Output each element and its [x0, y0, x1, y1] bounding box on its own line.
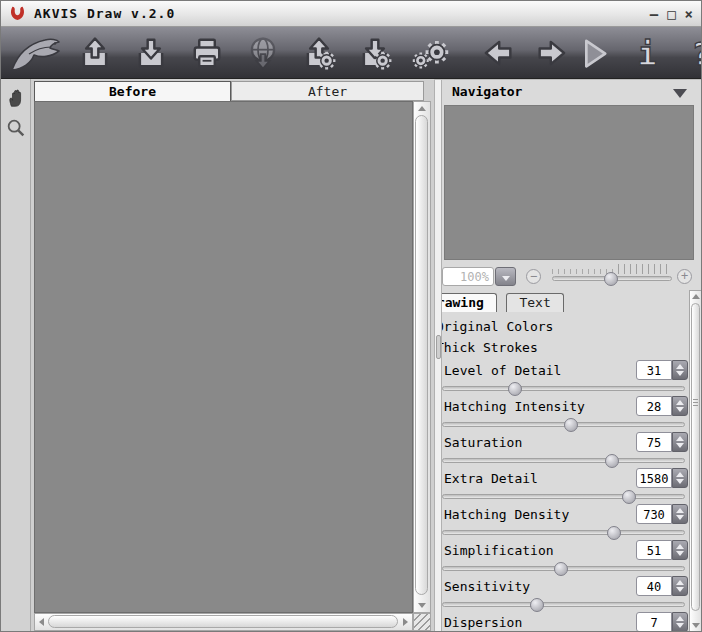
slider-group-hatching-intensity: Hatching Intensity 28 [442, 396, 688, 431]
info-icon[interactable]: i [627, 33, 667, 73]
panel-splitter[interactable] [434, 80, 442, 632]
tab-after[interactable]: After [231, 81, 424, 101]
slider-group-simplification: Simplification 51 [442, 540, 688, 575]
image-area: Before After [31, 79, 434, 632]
navigator-title: Navigator [452, 84, 522, 99]
checkbox-original-colors[interactable]: Original Colors [442, 318, 688, 335]
slider-spinner[interactable] [672, 612, 688, 632]
slider-spinner[interactable] [672, 468, 688, 488]
checkbox-label: Thick Strokes [442, 340, 538, 355]
svg-text:?: ? [692, 36, 702, 72]
zoom-out-button[interactable]: − [526, 269, 541, 284]
resize-grip[interactable] [413, 613, 431, 631]
web-download-icon [243, 33, 283, 73]
slider-track[interactable] [442, 530, 685, 535]
checkbox-label: Original Colors [442, 319, 553, 334]
vscroll-thumb[interactable] [415, 115, 428, 595]
tab-drawing[interactable]: Drawing [442, 293, 497, 312]
undo-arrow-icon[interactable] [477, 33, 517, 73]
akvis-bird-logo [9, 30, 65, 76]
slider-value-input[interactable]: 730 [636, 504, 672, 524]
slider-group-extra-detail: Extra Detail 1580 [442, 468, 688, 503]
slider-label: Hatching Density [444, 507, 569, 522]
slider-value-input[interactable]: 75 [636, 432, 672, 452]
print-icon[interactable] [187, 33, 227, 73]
slider-group-hatching-density: Hatching Density 730 [442, 504, 688, 539]
slider-value-input[interactable]: 51 [636, 540, 672, 560]
zoom-dropdown-button[interactable] [495, 267, 516, 286]
slider-label: Dispersion [444, 615, 522, 630]
zoom-slider[interactable] [552, 276, 672, 281]
tab-after-label: After [308, 84, 347, 99]
app-window: AKVIS Draw v.2.0 – □ × [0, 0, 702, 632]
slider-thumb[interactable] [564, 418, 578, 432]
batch-processing-gears-icon[interactable] [411, 33, 451, 73]
slider-thumb[interactable] [530, 598, 544, 612]
tool-column [1, 79, 31, 632]
slider-label: Level of Detail [444, 363, 561, 378]
slider-track[interactable] [442, 458, 685, 463]
slider-label: Simplification [444, 543, 554, 558]
save-image-icon[interactable] [131, 33, 171, 73]
slider-spinner[interactable] [672, 396, 688, 416]
run-play-icon[interactable] [573, 33, 613, 73]
slider-thumb[interactable] [607, 526, 621, 540]
slider-spinner[interactable] [672, 576, 688, 596]
title-bar: AKVIS Draw v.2.0 – □ × [1, 1, 702, 27]
slider-track[interactable] [442, 494, 685, 499]
checkbox-thick-strokes[interactable]: Thick Strokes [442, 339, 688, 356]
redo-arrow-icon[interactable] [533, 33, 573, 73]
slider-thumb[interactable] [605, 454, 619, 468]
slider-value-input[interactable]: 28 [636, 396, 672, 416]
navigator-preview[interactable] [444, 105, 694, 260]
open-image-icon[interactable] [75, 33, 115, 73]
svg-text:i: i [638, 36, 657, 72]
slider-group-level-of-detail: Level of Detail 31 [442, 360, 688, 395]
slider-track[interactable] [442, 422, 685, 427]
minimize-button[interactable]: – [650, 7, 658, 21]
zoom-in-button[interactable]: + [677, 269, 692, 284]
tab-text[interactable]: Text [506, 293, 563, 312]
zoom-tool-icon[interactable] [5, 117, 27, 139]
slider-spinner[interactable] [672, 360, 688, 380]
canvas-horizontal-scrollbar[interactable] [34, 613, 413, 631]
navigator-collapse-icon[interactable] [673, 89, 687, 98]
zoom-controls: 100% − + [434, 264, 702, 290]
slider-value-input[interactable]: 31 [636, 360, 672, 380]
tab-before[interactable]: Before [34, 81, 231, 101]
slider-track[interactable] [442, 602, 685, 607]
slider-value-input[interactable]: 7 [636, 612, 672, 632]
slider-group-dispersion: Dispersion 7 [442, 612, 688, 632]
slider-spinner[interactable] [672, 540, 688, 560]
hand-tool-icon[interactable] [5, 87, 27, 109]
maximize-button[interactable]: □ [667, 7, 675, 21]
hscroll-thumb[interactable] [48, 615, 398, 628]
slider-spinner[interactable] [672, 432, 688, 452]
slider-thumb[interactable] [508, 382, 522, 396]
settings-vertical-scrollbar[interactable] [689, 290, 702, 632]
slider-label: Saturation [444, 435, 522, 450]
upload-settings-gear-icon[interactable] [299, 33, 339, 73]
settings-scroll-thumb[interactable] [691, 303, 700, 611]
slider-group-sensitivity: Sensitivity 40 [442, 576, 688, 611]
download-settings-gear-icon[interactable] [355, 33, 395, 73]
help-icon[interactable]: ? [681, 33, 702, 73]
slider-thumb[interactable] [622, 490, 636, 504]
slider-track[interactable] [442, 566, 685, 571]
zoom-slider-thumb[interactable] [604, 272, 618, 286]
slider-thumb[interactable] [554, 562, 568, 576]
zoom-value-field[interactable]: 100% [442, 267, 494, 286]
image-canvas[interactable] [34, 101, 413, 613]
main-toolbar: i ? [1, 27, 702, 79]
akvis-logo-icon [9, 5, 26, 22]
slider-value-input[interactable]: 40 [636, 576, 672, 596]
slider-track[interactable] [442, 386, 685, 391]
slider-value-input[interactable]: 1580 [636, 468, 672, 488]
splitter-grip[interactable] [436, 335, 441, 359]
slider-spinner[interactable] [672, 504, 688, 524]
slider-label: Hatching Intensity [444, 399, 585, 414]
canvas-vertical-scrollbar[interactable] [413, 101, 431, 613]
slider-label: Extra Detail [444, 471, 538, 486]
parameters-area: Drawing Text Original Colors Thick Strok… [442, 290, 688, 632]
close-button[interactable]: × [685, 7, 693, 21]
